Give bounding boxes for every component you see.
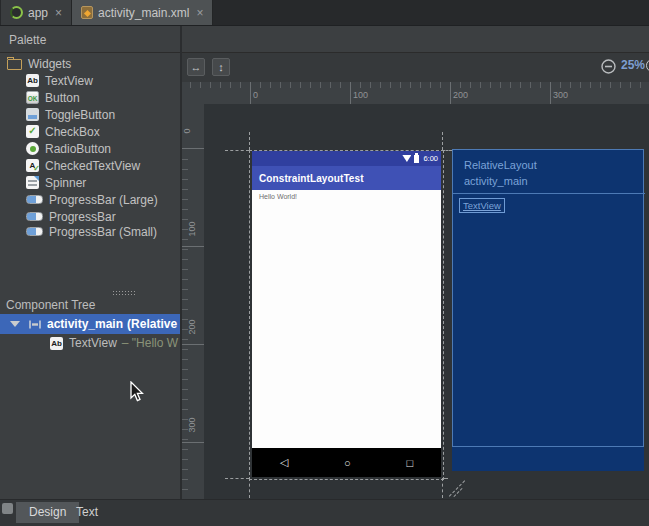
- blueprint-divider: [453, 193, 645, 194]
- textview-widget[interactable]: Hello World!: [259, 193, 297, 200]
- button-icon: OK: [26, 91, 39, 104]
- android-studio-layout-editor: app × activity_main.xml × Palette: [0, 0, 649, 526]
- guide-line: [225, 150, 249, 151]
- tab-text[interactable]: Text: [63, 502, 111, 523]
- tree-root-suffix: (Relative: [127, 317, 177, 331]
- expand-horizontal-button[interactable]: ↔: [187, 58, 205, 76]
- togglebutton-icon: [26, 108, 39, 121]
- ruler-label: 200: [187, 319, 197, 334]
- palette-item-checkedtextview[interactable]: A CheckedTextView: [26, 157, 180, 174]
- blueprint-textview-widget[interactable]: TextView: [459, 198, 505, 213]
- panel-splitter[interactable]: [112, 290, 136, 295]
- app-bar-title: ConstraintLayoutTest: [259, 173, 364, 184]
- component-tree-title: Component Tree: [6, 298, 95, 312]
- close-icon[interactable]: ×: [55, 8, 62, 18]
- blueprint-root-type: RelativeLayout: [464, 157, 537, 173]
- expand-arrow-icon[interactable]: [10, 321, 20, 327]
- home-icon: ○: [344, 457, 351, 469]
- tab-activity-main-xml[interactable]: activity_main.xml ×: [72, 0, 213, 25]
- tree-child-text-value: – "Hello W: [122, 336, 178, 350]
- palette-item-progressbar-small[interactable]: ProgressBar (Small): [26, 223, 180, 240]
- ruler-label: 200: [453, 90, 468, 100]
- guide-line: [442, 478, 443, 498]
- checkbox-icon: ✓: [26, 125, 39, 138]
- tab-app[interactable]: app ×: [1, 0, 72, 25]
- palette-title: Palette: [9, 33, 46, 47]
- ruler-label: 0: [182, 128, 192, 133]
- device-content: Hello World!: [252, 190, 441, 448]
- tree-row-activity-main[interactable]: activity_main (Relative: [0, 314, 180, 334]
- mouse-cursor: [129, 381, 145, 403]
- zoom-out-icon[interactable]: [601, 59, 616, 74]
- textview-icon: Ab: [26, 74, 39, 87]
- palette-item-radiobutton[interactable]: RadioButton: [26, 140, 180, 157]
- status-bar: 6:00: [252, 151, 441, 166]
- ruler-label: 0: [253, 90, 258, 100]
- guide-line: [442, 150, 452, 151]
- checkedtextview-icon: A: [26, 159, 39, 172]
- progressbar-icon: [26, 227, 43, 236]
- editor-tab-bar: app × activity_main.xml ×: [0, 0, 649, 26]
- device-preview[interactable]: 6:00 ConstraintLayoutTest Hello World! ◁…: [252, 151, 441, 477]
- blueprint-root-id: activity_main: [464, 173, 537, 189]
- tab-label: activity_main.xml: [98, 6, 189, 20]
- radiobutton-icon: [26, 142, 39, 155]
- expand-vertical-button[interactable]: ↕: [212, 58, 230, 76]
- progressbar-icon: [26, 212, 43, 221]
- palette-item-button[interactable]: OK Button: [26, 89, 180, 106]
- ruler-label: 100: [353, 90, 368, 100]
- tree-child-label: TextView: [69, 336, 117, 350]
- relativelayout-icon: [28, 318, 42, 331]
- tab-label: app: [28, 6, 48, 20]
- guide-line: [225, 478, 249, 479]
- textview-icon: Ab: [50, 337, 63, 350]
- palette-item-checkbox[interactable]: ✓ CheckBox: [26, 123, 180, 140]
- guide-line: [442, 478, 448, 479]
- palette-item-spinner[interactable]: Spinner: [26, 174, 180, 191]
- ruler-label: 300: [187, 417, 197, 432]
- blueprint-view[interactable]: RelativeLayout activity_main TextView: [452, 149, 644, 471]
- zoom-percent: 25%: [621, 58, 645, 72]
- android-app-icon: [10, 6, 23, 19]
- blueprint-root-layout[interactable]: RelativeLayout activity_main TextView: [452, 149, 644, 447]
- battery-icon: [414, 155, 419, 163]
- spinner-icon: [26, 176, 39, 189]
- ruler-label: 100: [187, 221, 197, 236]
- recents-icon: □: [406, 457, 413, 469]
- tree-row-textview[interactable]: Ab TextView – "Hello W: [0, 334, 180, 352]
- ruler-label: 300: [553, 90, 568, 100]
- folder-icon: [7, 59, 22, 70]
- palette-item-progressbar-large[interactable]: ProgressBar (Large): [26, 191, 180, 208]
- guide-line: [442, 132, 443, 150]
- status-time: 6:00: [423, 154, 438, 163]
- design-surface: ↔ ↕ 25% 0 100 200 300 0 100 200 300: [182, 53, 649, 499]
- main-toolbar: Palette Nexus 4: [0, 26, 649, 53]
- toolwindow-corner-icon[interactable]: [2, 503, 13, 514]
- palette-panel: Widgets Ab TextView OK Button ToggleButt…: [0, 53, 180, 499]
- palette-group-widgets[interactable]: Widgets: [7, 55, 180, 72]
- back-icon: ◁: [280, 456, 288, 469]
- palette-item-textview[interactable]: Ab TextView: [26, 72, 180, 89]
- tree-root-label: activity_main: [47, 317, 123, 331]
- bottom-bar: Design Text: [0, 499, 649, 526]
- close-icon[interactable]: ×: [196, 8, 203, 18]
- blueprint-root-labels: RelativeLayout activity_main: [464, 157, 537, 189]
- app-bar: ConstraintLayoutTest: [252, 166, 441, 190]
- xml-file-icon: [81, 6, 93, 19]
- navigation-bar: ◁ ○ □: [252, 448, 441, 477]
- palette-item-togglebutton[interactable]: ToggleButton: [26, 106, 180, 123]
- progressbar-icon: [26, 195, 43, 204]
- guide-line: [249, 478, 250, 498]
- canvas-toolbar: ↔ ↕ 25%: [182, 53, 649, 82]
- wifi-icon: [402, 155, 411, 162]
- guide-line: [249, 132, 250, 150]
